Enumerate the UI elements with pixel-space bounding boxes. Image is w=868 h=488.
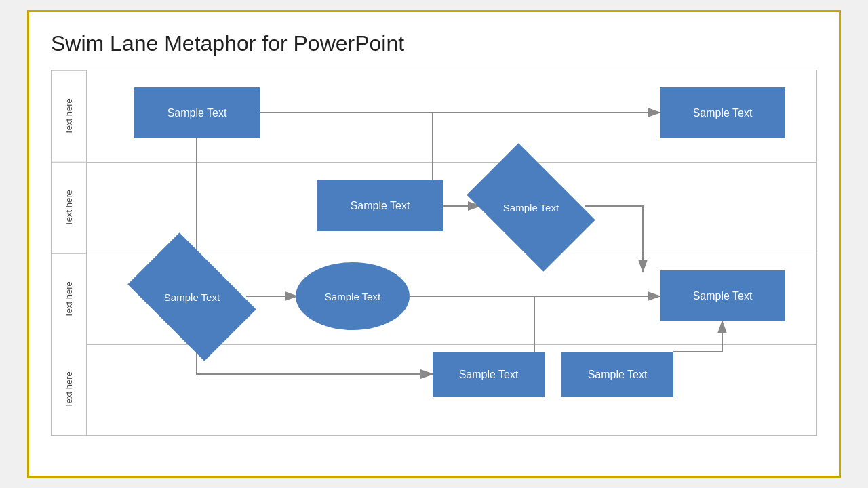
shape-diamond-1: Sample Text — [477, 171, 585, 244]
shape-rect-5: Sample Text — [433, 352, 545, 396]
lane-divider-1 — [87, 162, 816, 163]
page-title: Swim Lane Metaphor for PowerPoint — [51, 31, 817, 56]
lane-label-1: Text here — [52, 70, 86, 162]
shape-rect-2: Sample Text — [660, 87, 785, 138]
shape-rect-4: Sample Text — [660, 270, 785, 321]
diagram-area: Sample Text Sample Text Sample Text Samp… — [87, 70, 816, 435]
lane-label-2: Text here — [52, 162, 86, 253]
shape-diamond-2: Sample Text — [138, 260, 246, 333]
lane-label-3: Text here — [52, 253, 86, 345]
lane-labels: Text here Text here Text here Text here — [52, 70, 87, 435]
shape-ellipse-1: Sample Text — [296, 262, 410, 330]
shape-rect-3: Sample Text — [317, 180, 443, 231]
shape-rect-1: Sample Text — [134, 87, 260, 138]
shape-rect-6: Sample Text — [561, 352, 673, 396]
diagram: Text here Text here Text here Text here — [51, 70, 817, 436]
slide: Swim Lane Metaphor for PowerPoint Text h… — [27, 10, 841, 478]
lane-label-4: Text here — [52, 344, 86, 435]
